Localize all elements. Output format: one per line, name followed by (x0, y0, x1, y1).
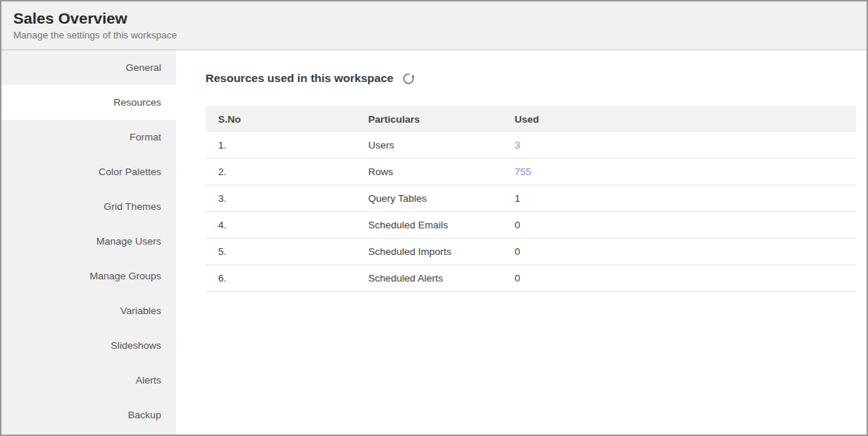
resources-table: S.NoParticularsUsed 1.Users32.Rows7553.Q… (206, 106, 856, 292)
cell-sno: 5. (206, 239, 367, 265)
cell-used: 0 (514, 265, 856, 292)
cell-sno: 4. (206, 212, 367, 239)
page-subtitle: Manage the settings of this workspace (13, 30, 867, 41)
sidebar-item-label: Resources (113, 97, 161, 108)
cell-used: 1 (514, 185, 856, 212)
cell-particulars: Scheduled Alerts (367, 265, 514, 292)
cell-sno: 6. (206, 265, 367, 292)
page-header: Sales Overview Manage the settings of th… (1, 1, 867, 50)
sidebar-item-label: Backup (128, 409, 161, 420)
sidebar-item-resources[interactable]: Resources (1, 85, 176, 120)
cell-used: 755 (514, 159, 856, 185)
cell-used: 3 (514, 132, 856, 159)
column-header-s-no: S.No (206, 106, 367, 132)
refresh-icon[interactable] (402, 72, 415, 85)
table-row: 4.Scheduled Emails0 (206, 212, 856, 239)
sidebar-item-color-palettes[interactable]: Color Palettes (1, 154, 176, 189)
main-content: Resources used in this workspace S.NoPar… (176, 50, 867, 435)
cell-sno: 1. (206, 132, 367, 159)
cell-particulars: Scheduled Imports (367, 239, 514, 265)
page-title: Sales Overview (13, 10, 867, 27)
sidebar-item-backup[interactable]: Backup (1, 398, 176, 432)
resources-table-body: 1.Users32.Rows7553.Query Tables14.Schedu… (206, 132, 856, 292)
sidebar-item-format[interactable]: Format (1, 120, 176, 154)
table-row: 6.Scheduled Alerts0 (206, 265, 856, 292)
sidebar-item-slideshows[interactable]: Slideshows (1, 328, 176, 363)
sidebar-item-label: Manage Users (96, 236, 161, 247)
table-row: 5.Scheduled Imports0 (206, 239, 856, 265)
section-heading-row: Resources used in this workspace (206, 71, 856, 86)
cell-particulars: Rows (367, 159, 514, 185)
page-body: GeneralResourcesFormatColor PalettesGrid… (1, 50, 867, 435)
resources-table-header-row: S.NoParticularsUsed (206, 106, 856, 132)
sidebar-item-manage-groups[interactable]: Manage Groups (1, 259, 176, 293)
sidebar-item-alerts[interactable]: Alerts (1, 363, 176, 398)
used-value: 1 (515, 193, 521, 204)
sidebar-item-variables[interactable]: Variables (1, 293, 176, 328)
cell-sno: 3. (206, 185, 367, 212)
column-header-particulars: Particulars (367, 106, 514, 132)
cell-sno: 2. (206, 159, 367, 185)
sidebar-item-label: Slideshows (111, 340, 161, 351)
section-heading: Resources used in this workspace (206, 72, 393, 85)
cell-used: 0 (514, 239, 856, 265)
workspace-settings-window: Sales Overview Manage the settings of th… (0, 0, 868, 436)
used-value-link[interactable]: 3 (515, 140, 521, 151)
sidebar-item-label: General (126, 62, 161, 73)
table-row: 2.Rows755 (206, 159, 856, 185)
cell-particulars: Users (367, 132, 514, 159)
used-value: 0 (515, 219, 521, 231)
sidebar-item-manage-users[interactable]: Manage Users (1, 224, 176, 259)
cell-particulars: Query Tables (367, 185, 514, 212)
used-value-link[interactable]: 755 (515, 166, 532, 177)
sidebar-item-grid-themes[interactable]: Grid Themes (1, 189, 176, 224)
sidebar-item-general[interactable]: General (1, 50, 176, 85)
sidebar-item-label: Format (129, 132, 161, 143)
sidebar-item-label: Variables (121, 305, 161, 316)
cell-used: 0 (514, 212, 856, 239)
column-header-used: Used (514, 106, 856, 132)
sidebar-item-label: Color Palettes (98, 166, 161, 177)
table-row: 3.Query Tables1 (206, 185, 856, 212)
sidebar-item-label: Alerts (135, 375, 161, 386)
used-value: 0 (515, 246, 521, 257)
cell-particulars: Scheduled Emails (367, 212, 514, 239)
used-value: 0 (515, 273, 521, 284)
settings-sidebar: GeneralResourcesFormatColor PalettesGrid… (1, 50, 176, 435)
sidebar-item-label: Manage Groups (89, 270, 161, 282)
table-row: 1.Users3 (206, 132, 856, 159)
sidebar-item-label: Grid Themes (104, 201, 161, 212)
